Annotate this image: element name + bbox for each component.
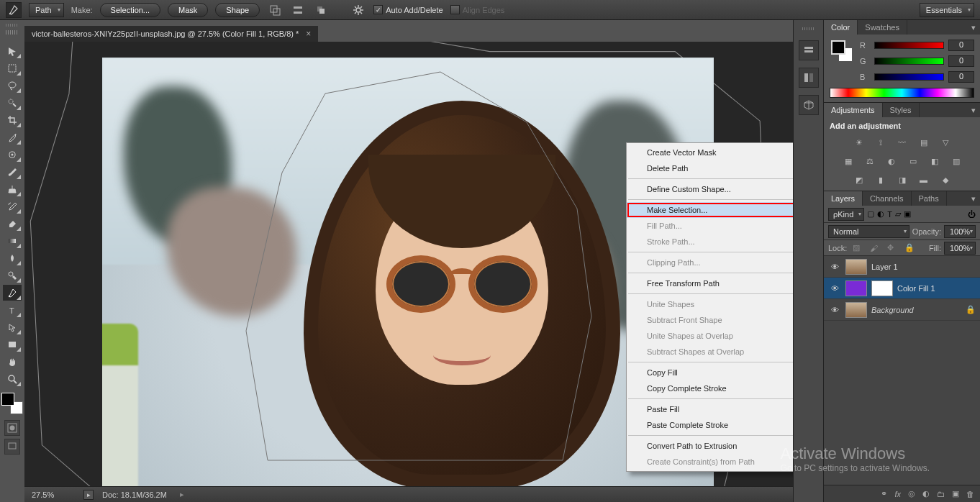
context-menu-item[interactable]: Create Vector Mask (627, 145, 799, 160)
eyedropper-tool[interactable] (3, 129, 22, 145)
lock-position-icon[interactable]: ✥ (887, 243, 899, 252)
channel-mixer-icon[interactable]: ◧ (927, 155, 942, 168)
color-swatches[interactable] (1, 393, 23, 414)
gear-icon[interactable] (350, 2, 366, 18)
threshold-icon[interactable]: ◨ (895, 173, 909, 186)
invert-icon[interactable]: ◩ (852, 173, 866, 186)
exposure-icon[interactable]: ▤ (917, 136, 931, 149)
tab-swatches[interactable]: Swatches (858, 20, 907, 35)
zoom-tool[interactable] (3, 371, 22, 387)
layer-row[interactable]: 👁Background🔒 (824, 299, 980, 321)
dodge-tool[interactable] (3, 268, 22, 283)
layer-row[interactable]: 👁Layer 1 (824, 256, 980, 278)
blue-slider[interactable] (874, 73, 944, 81)
path-operations-icon[interactable] (267, 2, 283, 18)
clone-stamp-tool[interactable] (3, 181, 22, 197)
context-menu-item[interactable]: Make Selection... (627, 202, 799, 218)
brush-tool[interactable] (3, 164, 22, 180)
mask-button[interactable]: Mask (168, 3, 208, 17)
filter-type-icon[interactable]: T (887, 210, 892, 219)
path-arrangement-icon[interactable] (313, 2, 329, 18)
delete-layer-icon[interactable]: 🗑 (966, 490, 974, 498)
color-lookup-icon[interactable]: ▥ (949, 155, 963, 168)
context-menu-item[interactable]: Paste Fill (627, 401, 799, 417)
tab-channels[interactable]: Channels (863, 191, 911, 206)
screen-mode-button[interactable] (4, 439, 20, 455)
filter-smart-icon[interactable]: ▣ (904, 209, 911, 219)
red-value[interactable]: 0 (948, 40, 974, 51)
new-group-icon[interactable]: 🗀 (937, 490, 945, 498)
new-fill-adjust-icon[interactable]: ◐ (922, 489, 930, 498)
lock-transparent-icon[interactable]: ▨ (853, 243, 864, 252)
status-expand-icon[interactable]: ▸ (83, 490, 94, 500)
layer-style-icon[interactable]: fx (894, 490, 901, 498)
rectangle-tool[interactable] (3, 337, 22, 352)
filter-kind-select[interactable]: ρ Kind (828, 208, 864, 221)
add-mask-icon[interactable]: ◎ (908, 489, 915, 498)
context-menu-item[interactable]: Copy Fill (627, 365, 799, 380)
green-value[interactable]: 0 (948, 55, 974, 67)
lock-image-icon[interactable]: 🖌 (870, 244, 881, 252)
visibility-icon[interactable]: 👁 (828, 306, 841, 314)
new-layer-icon[interactable]: ▣ (952, 489, 959, 498)
zoom-level[interactable]: 27.5% (32, 490, 75, 499)
selective-color-icon[interactable]: ◆ (938, 173, 953, 186)
path-selection-tool[interactable] (3, 319, 22, 335)
auto-add-delete-checkbox[interactable]: ✓Auto Add/Delete (373, 5, 443, 14)
tool-mode-select[interactable]: Path (29, 3, 64, 17)
close-icon[interactable]: × (306, 29, 311, 39)
lasso-tool[interactable] (3, 78, 22, 93)
color-balance-icon[interactable]: ⚖ (863, 155, 877, 168)
color-ramp[interactable] (830, 88, 974, 98)
tab-adjustments[interactable]: Adjustments (824, 103, 883, 117)
3d-panel-icon[interactable] (799, 95, 819, 115)
context-menu-item[interactable]: Copy Complete Stroke (627, 380, 799, 396)
panel-menu-icon[interactable]: ▾ (967, 20, 980, 35)
properties-panel-icon[interactable] (799, 68, 819, 88)
levels-icon[interactable]: ⟟ (874, 136, 888, 149)
tab-color[interactable]: Color (824, 20, 858, 35)
link-layers-icon[interactable]: ⚭ (881, 489, 887, 498)
workspace-switcher[interactable]: Essentials (920, 3, 974, 17)
brightness-icon[interactable]: ☀ (852, 136, 866, 149)
blend-mode-select[interactable]: Normal (828, 225, 909, 238)
bw-icon[interactable]: ◐ (884, 155, 899, 168)
hue-sat-icon[interactable]: ▦ (841, 155, 856, 168)
context-menu-item[interactable]: Define Custom Shape... (627, 181, 799, 197)
green-slider[interactable] (874, 58, 944, 65)
status-arrow-icon[interactable]: ▸ (180, 490, 184, 499)
photo-filter-icon[interactable]: ▭ (906, 155, 920, 168)
context-menu-item[interactable]: Convert Path to Extrusion (627, 438, 799, 454)
layer-row[interactable]: 👁Color Fill 1 (824, 278, 980, 299)
filter-pixel-icon[interactable]: ▢ (867, 209, 874, 219)
fill-value[interactable]: 100% (944, 242, 976, 255)
path-alignment-icon[interactable] (290, 2, 306, 18)
visibility-icon[interactable]: 👁 (828, 263, 841, 271)
tab-paths[interactable]: Paths (912, 191, 947, 206)
type-tool[interactable]: T (3, 302, 22, 318)
foreground-background-swatch[interactable] (830, 39, 854, 63)
selection-button[interactable]: Selection... (100, 3, 160, 17)
move-tool[interactable] (3, 43, 22, 59)
filter-shape-icon[interactable]: ▱ (895, 209, 901, 219)
blur-tool[interactable] (3, 250, 22, 266)
tab-layers[interactable]: Layers (824, 191, 863, 206)
quick-selection-tool[interactable] (3, 95, 22, 111)
history-panel-icon[interactable] (799, 40, 819, 60)
context-menu-item[interactable]: Paste Complete Stroke (627, 417, 799, 433)
tab-styles[interactable]: Styles (883, 103, 920, 117)
quick-mask-button[interactable] (4, 420, 20, 436)
vibrance-icon[interactable]: ▽ (938, 136, 953, 149)
panel-menu-icon[interactable]: ▾ (967, 103, 980, 117)
lock-all-icon[interactable]: 🔒 (904, 243, 916, 252)
crop-tool[interactable] (3, 112, 22, 128)
spot-healing-tool[interactable] (3, 147, 22, 163)
dock-handle[interactable] (0, 20, 24, 30)
blue-value[interactable]: 0 (948, 71, 974, 83)
context-menu-item[interactable]: Free Transform Path (627, 275, 799, 291)
gradient-tool[interactable] (3, 233, 22, 249)
marquee-tool[interactable] (3, 60, 22, 76)
panel-menu-icon[interactable]: ▾ (967, 191, 980, 206)
history-brush-tool[interactable] (3, 198, 22, 214)
filter-adjust-icon[interactable]: ◐ (877, 209, 884, 219)
